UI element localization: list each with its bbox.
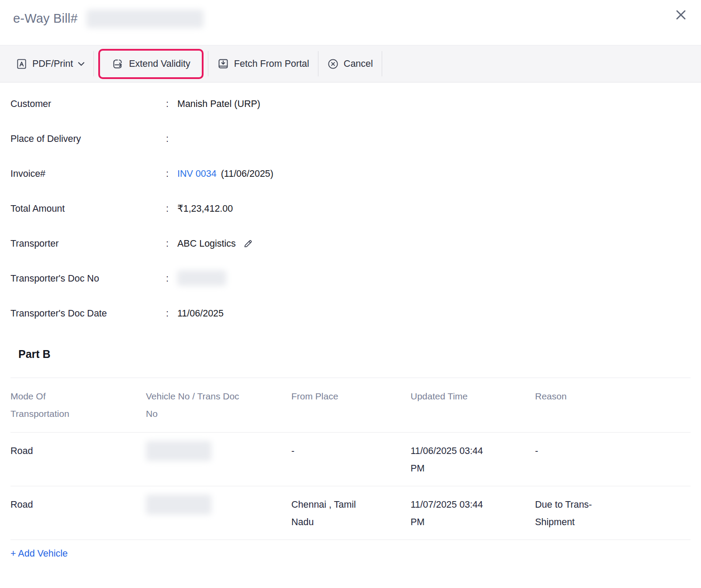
- colon: :: [166, 306, 177, 321]
- vehicle-no-cell: [146, 496, 251, 520]
- fetch-from-portal-button[interactable]: Fetch From Portal: [211, 53, 315, 74]
- total-amount-label: Total Amount: [10, 201, 166, 216]
- transporter-doc-no-label: Transporter's Doc No: [10, 271, 166, 286]
- invoice-label: Invoice#: [10, 166, 166, 181]
- part-b-table-header: Mode Of Transportation Vehicle No / Tran…: [10, 378, 691, 432]
- toolbar-divider: [93, 51, 94, 76]
- pencil-icon: [243, 238, 253, 249]
- colon: :: [166, 131, 177, 146]
- column-header-vehicle-no: Vehicle No / Trans Doc No: [146, 388, 251, 423]
- customer-value: Manish Patel (URP): [177, 96, 260, 111]
- toolbar-divider: [208, 51, 208, 76]
- total-amount-value: ₹1,23,412.00: [177, 201, 233, 216]
- extend-validity-button[interactable]: Extend Validity: [105, 53, 197, 75]
- detail-row-transporter-doc-no: Transporter's Doc No :: [10, 271, 691, 286]
- eway-bill-number-redacted: [86, 10, 204, 28]
- place-of-delivery-label: Place of Delivery: [10, 131, 166, 146]
- column-header-mode: Mode Of Transportation: [10, 388, 98, 423]
- download-portal-icon: [217, 58, 229, 70]
- extend-validity-highlight: Extend Validity: [98, 49, 204, 79]
- divider: [10, 540, 691, 540]
- reason-cell: -: [535, 442, 605, 460]
- transporter-name: ABC Logistics: [177, 236, 236, 251]
- part-b-section: Part B Mode Of Transportation Vehicle No…: [0, 346, 701, 561]
- add-vehicle-link[interactable]: + Add Vehicle: [10, 546, 68, 561]
- toolbar-divider: [318, 51, 318, 76]
- pdf-print-button[interactable]: PDF/Print: [10, 54, 91, 74]
- extend-validity-icon: [111, 58, 124, 70]
- detail-row-transporter-doc-date: Transporter's Doc Date : 11/06/2025: [10, 306, 691, 321]
- fetch-from-portal-label: Fetch From Portal: [234, 58, 309, 69]
- vehicle-no-redacted: [146, 441, 211, 461]
- part-b-heading: Part B: [18, 346, 691, 362]
- pdf-icon: [16, 58, 28, 70]
- cancel-button[interactable]: Cancel: [321, 54, 379, 74]
- chevron-down-icon: [78, 62, 85, 66]
- reason-cell: Due to Trans-Shipment: [535, 496, 605, 531]
- transporter-label: Transporter: [10, 236, 166, 251]
- updated-time-cell: 11/06/2025 03:44 PM: [411, 442, 498, 477]
- invoice-number-link[interactable]: INV 0034: [177, 166, 217, 181]
- colon: :: [166, 201, 177, 216]
- table-row: Road - 11/06/2025 03:44 PM -: [10, 433, 691, 486]
- modal-header: e-Way Bill#: [0, 0, 701, 45]
- mode-cell: Road: [10, 442, 98, 460]
- detail-row-customer: Customer : Manish Patel (URP): [10, 96, 691, 111]
- table-row: Road Chennai , Tamil Nadu 11/07/2025 03:…: [10, 486, 691, 540]
- customer-label: Customer: [10, 96, 166, 111]
- mode-cell: Road: [10, 496, 98, 513]
- from-place-cell: -: [291, 442, 368, 460]
- transporter-doc-no-value: [177, 271, 226, 286]
- cancel-circle-icon: [327, 58, 339, 70]
- column-header-from-place: From Place: [291, 388, 368, 405]
- detail-row-transporter: Transporter : ABC Logistics: [10, 236, 691, 251]
- extend-validity-label: Extend Validity: [129, 58, 190, 69]
- vehicle-no-redacted: [146, 495, 211, 515]
- close-icon: [673, 7, 688, 22]
- vehicle-no-cell: [146, 442, 251, 467]
- detail-row-place-of-delivery: Place of Delivery :: [10, 131, 691, 146]
- invoice-value: INV 0034 (11/06/2025): [177, 166, 273, 181]
- invoice-date: (11/06/2025): [221, 166, 273, 181]
- detail-row-invoice: Invoice# : INV 0034 (11/06/2025): [10, 166, 691, 181]
- detail-row-total-amount: Total Amount : ₹1,23,412.00: [10, 201, 691, 216]
- colon: :: [166, 166, 177, 181]
- updated-time-cell: 11/07/2025 03:44 PM: [411, 496, 498, 531]
- details-section: Customer : Manish Patel (URP) Place of D…: [0, 83, 701, 321]
- toolbar-divider: [382, 51, 382, 76]
- colon: :: [166, 236, 177, 251]
- pdf-print-label: PDF/Print: [32, 58, 73, 69]
- column-header-reason: Reason: [535, 388, 605, 405]
- close-button[interactable]: [671, 5, 691, 24]
- toolbar: PDF/Print Extend Validity: [0, 45, 701, 83]
- transporter-doc-date-label: Transporter's Doc Date: [10, 306, 166, 321]
- colon: :: [166, 96, 177, 111]
- transporter-doc-no-redacted: [177, 270, 226, 286]
- page-title: e-Way Bill#: [13, 11, 78, 26]
- cancel-label: Cancel: [344, 58, 373, 69]
- transporter-doc-date-value: 11/06/2025: [177, 306, 224, 321]
- from-place-cell: Chennai , Tamil Nadu: [291, 496, 368, 531]
- colon: :: [166, 271, 177, 286]
- column-header-updated-time: Updated Time: [411, 388, 498, 405]
- transporter-value: ABC Logistics: [177, 236, 253, 251]
- edit-transporter-button[interactable]: [243, 238, 253, 249]
